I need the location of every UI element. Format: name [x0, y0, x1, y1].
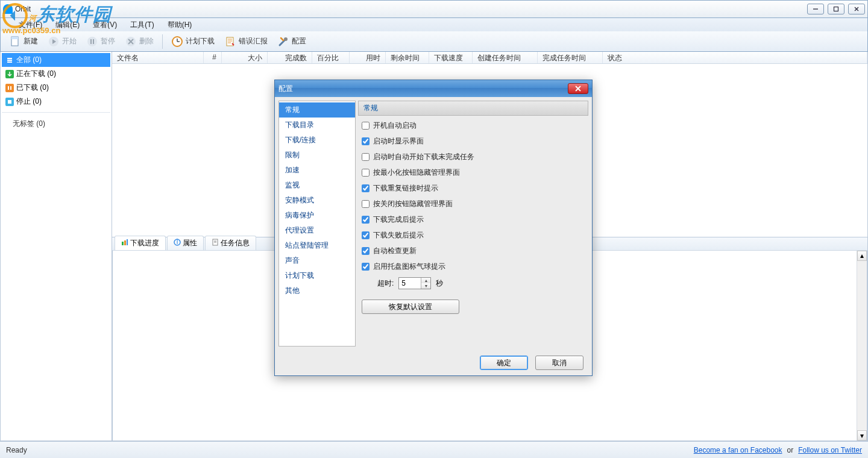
spin-down-icon[interactable]: ▼	[421, 283, 430, 289]
new-file-icon	[9, 36, 21, 48]
nav-proxy[interactable]: 代理设置	[279, 223, 355, 238]
dialog-close-button[interactable]	[568, 83, 588, 94]
tab-progress[interactable]: 下载进度	[115, 236, 166, 250]
nav-download-dir[interactable]: 下载目录	[279, 118, 355, 133]
nav-schedule[interactable]: 计划下载	[279, 268, 355, 283]
timeout-input[interactable]	[399, 278, 421, 289]
sidebar-item-downloading[interactable]: 正在下载 (0)	[2, 67, 110, 81]
scroll-up-icon[interactable]: ▴	[857, 251, 867, 261]
col-status[interactable]: 状态	[603, 52, 867, 63]
down-arrow-icon	[5, 70, 14, 78]
menu-edit[interactable]: 编辑(E)	[49, 19, 86, 31]
checkbox[interactable]	[362, 169, 370, 177]
nav-quiet[interactable]: 安静模式	[279, 193, 355, 208]
checkbox[interactable]	[362, 153, 370, 161]
nav-limit[interactable]: 限制	[279, 148, 355, 163]
dialog-nav: 常规 下载目录 下载/连接 限制 加速 监视 安静模式 病毒保护 代理设置 站点…	[278, 101, 356, 347]
timeout-row: 超时: ▲▼ 秒	[377, 277, 585, 289]
sidebar-no-tags[interactable]: 无标签 (0)	[1, 115, 112, 133]
opt-checkupd[interactable]: 自动检查更新	[362, 246, 585, 256]
col-done[interactable]: 完成数	[268, 52, 312, 63]
sidebar-item-label: 停止 (0)	[16, 96, 42, 107]
timeout-spinner[interactable]: ▲▼	[398, 277, 431, 289]
start-button[interactable]: 开始	[43, 34, 81, 49]
opt-balloon[interactable]: 启用托盘图标气球提示	[362, 262, 585, 272]
checkbox[interactable]	[362, 184, 370, 192]
cancel-button[interactable]: 取消	[535, 356, 583, 370]
checkbox[interactable]	[362, 216, 370, 224]
error-report-button[interactable]: 错误汇报	[219, 34, 272, 49]
nav-virus[interactable]: 病毒保护	[279, 208, 355, 223]
svg-rect-9	[90, 39, 92, 44]
scroll-down-icon[interactable]: ▾	[857, 430, 867, 441]
checkbox[interactable]	[362, 263, 370, 271]
svg-rect-19	[7, 58, 12, 59]
restore-defaults-button[interactable]: 恢复默认设置	[362, 300, 459, 314]
schedule-button[interactable]: 计划下载	[166, 34, 219, 49]
checkbox[interactable]	[362, 122, 370, 130]
nav-monitor[interactable]: 监视	[279, 178, 355, 193]
svg-rect-23	[10, 86, 11, 90]
twitter-link[interactable]: Follow us on Twitter	[798, 446, 862, 454]
col-index[interactable]: #	[204, 52, 222, 63]
sidebar: 全部 (0) 正在下载 (0) 已下载 (0) 停止 (0) 无标签 (0)	[0, 52, 112, 441]
opt-failtip[interactable]: 下载失败后提示	[362, 230, 585, 240]
col-remain[interactable]: 剩余时间	[386, 52, 429, 63]
opt-autostart[interactable]: 开机自动启动	[362, 121, 585, 131]
tab-label: 任务信息	[221, 238, 250, 248]
sidebar-item-label: 全部 (0)	[16, 55, 42, 65]
opt-label: 按关闭按钮隐藏管理界面	[373, 199, 453, 209]
menu-file[interactable]: 文件(F)	[13, 19, 48, 31]
opt-donetip[interactable]: 下载完成后提示	[362, 215, 585, 225]
menu-help[interactable]: 帮助(H)	[162, 19, 198, 31]
checkbox[interactable]	[362, 231, 370, 239]
sidebar-item-stopped[interactable]: 停止 (0)	[2, 95, 110, 108]
nav-connection[interactable]: 下载/连接	[279, 133, 355, 148]
new-label: 新建	[24, 36, 38, 46]
spin-up-icon[interactable]: ▲	[421, 278, 430, 283]
opt-minhide[interactable]: 按最小化按钮隐藏管理界面	[362, 168, 585, 178]
svg-rect-26	[124, 240, 126, 245]
opt-closehide[interactable]: 按关闭按钮隐藏管理界面	[362, 199, 585, 209]
scrollbar[interactable]: ▴ ▾	[857, 251, 867, 441]
checkbox[interactable]	[362, 137, 370, 145]
menu-tools[interactable]: 工具(T)	[124, 19, 160, 31]
nav-accel[interactable]: 加速	[279, 163, 355, 178]
nav-sound[interactable]: 声音	[279, 253, 355, 268]
col-filename[interactable]: 文件名	[112, 52, 204, 63]
opt-showui[interactable]: 启动时显示界面	[362, 136, 585, 146]
tab-props[interactable]: i属性	[167, 236, 204, 250]
delete-button[interactable]: 删除	[120, 34, 159, 49]
dialog-titlebar[interactable]: 配置	[275, 80, 592, 97]
tab-info[interactable]: 任务信息	[205, 236, 256, 250]
col-created[interactable]: 创建任务时间	[473, 52, 538, 63]
svg-rect-21	[7, 61, 12, 63]
menu-view[interactable]: 查看(V)	[87, 19, 123, 31]
col-elapsed[interactable]: 用时	[350, 52, 386, 63]
col-completed[interactable]: 完成任务时间	[538, 52, 603, 63]
props-icon: i	[174, 239, 181, 248]
sidebar-item-downloaded[interactable]: 已下载 (0)	[2, 81, 110, 95]
col-percent[interactable]: 百分比	[312, 52, 350, 63]
facebook-link[interactable]: Become a fan on Facebook	[694, 446, 782, 454]
opt-duplink[interactable]: 下载重复链接时提示	[362, 183, 585, 193]
minimize-button[interactable]	[807, 4, 824, 14]
col-speed[interactable]: 下载速度	[429, 52, 473, 63]
progress-icon	[121, 239, 128, 248]
maximize-button[interactable]	[828, 4, 844, 14]
nav-other[interactable]: 其他	[279, 283, 355, 298]
pause-button[interactable]: 暂停	[81, 34, 120, 49]
col-size[interactable]: 大小	[222, 52, 268, 63]
checkbox[interactable]	[362, 247, 370, 255]
sidebar-item-all[interactable]: 全部 (0)	[2, 53, 110, 67]
close-button[interactable]	[848, 4, 865, 14]
checkbox[interactable]	[362, 200, 370, 208]
toolbar-separator	[162, 34, 163, 49]
opt-resume[interactable]: 启动时自动开始下载未完成任务	[362, 152, 585, 162]
nav-general[interactable]: 常规	[279, 102, 355, 118]
new-button[interactable]: 新建	[4, 34, 43, 49]
config-button[interactable]: 配置	[272, 34, 311, 49]
svg-rect-25	[122, 242, 124, 245]
ok-button[interactable]: 确定	[480, 356, 528, 370]
nav-sitelogin[interactable]: 站点登陆管理	[279, 238, 355, 253]
